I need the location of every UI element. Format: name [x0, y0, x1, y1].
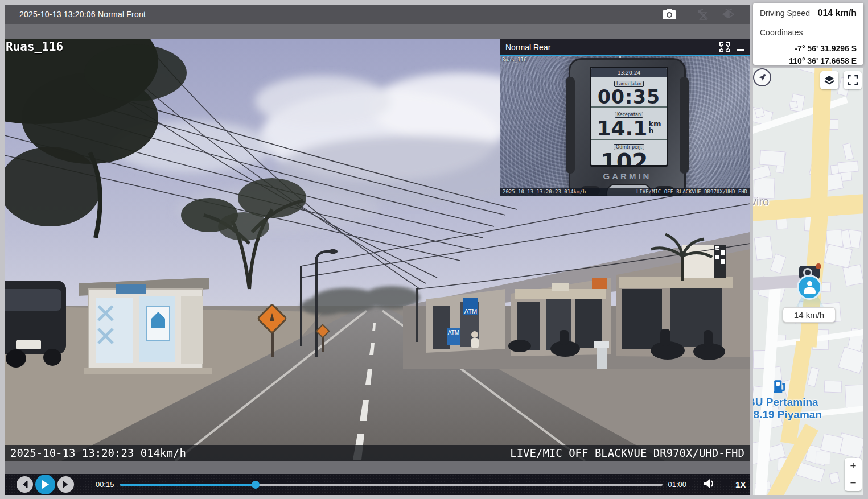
poi-name-line2: 58.19 Piyaman: [753, 409, 844, 421]
garmin-grip-left: [566, 77, 575, 174]
next-frame-button[interactable]: [57, 476, 74, 493]
app-window: 2025-10-13 13:20:06 Normal Front: [0, 0, 868, 499]
person-icon: [807, 281, 812, 286]
left-building: [79, 278, 212, 374]
garmin-field-trip-time: Lama Jalan 00:35: [591, 77, 667, 108]
driving-speed-row: Driving Speed 014 km/h: [760, 8, 857, 23]
frame-advance-button-disabled[interactable]: [719, 7, 737, 21]
title-bar: 2025-10-13 13:20:06 Normal Front: [5, 5, 750, 24]
map-building: [759, 150, 785, 167]
garmin-screen: 13:20:24 Lama Jalan 00:35 Kecepatan 14.1…: [590, 67, 668, 167]
map-building: [842, 143, 854, 160]
atm-sign-2: ATM: [448, 329, 459, 336]
previous-frame-button[interactable]: [17, 476, 33, 493]
garmin-grip-right: [680, 77, 689, 174]
interval-capture-button-disabled[interactable]: [694, 7, 711, 21]
map-building: [815, 452, 830, 464]
map-speed-badge: 14 km/h: [783, 307, 836, 323]
map-fullscreen-button[interactable]: [844, 71, 862, 89]
title-bar-tools: [661, 7, 737, 21]
garmin-field-speed: Kecepatan 14.1km h: [591, 108, 667, 140]
map-road-name-label: viro: [753, 195, 769, 208]
coordinates-label: Coordinates: [760, 28, 803, 37]
screenshot-camera-button[interactable]: [661, 7, 678, 21]
map-layers-button[interactable]: [820, 71, 838, 89]
atm-sign-1: ATM: [464, 308, 477, 315]
latitude-value: -7° 56' 31.9296 S: [760, 42, 857, 55]
rear-camera-video[interactable]: Ruas_116 13:20:24 Lama Jalan 00:35 Kecep…: [500, 55, 750, 196]
video-stamp-overlay: 2025-10-13 13:20:23 014km/h LIVE/MIC OFF…: [5, 445, 750, 461]
map-building: [829, 472, 840, 484]
volume-button[interactable]: [702, 478, 715, 492]
interval-capture-icon: [696, 7, 710, 21]
playback-bar: 00:15 01:00 1X: [5, 474, 750, 495]
pip-header-tools: [719, 42, 744, 52]
garmin-brand-label: GARMIN: [570, 171, 684, 181]
map-building: [754, 236, 773, 260]
map-recenter-button[interactable]: [753, 68, 771, 86]
garmin-gps-device: 13:20:24 Lama Jalan 00:35 Kecepatan 14.1…: [569, 58, 686, 196]
coordinates-row: Coordinates -7° 56' 31.9296 S 110° 36' 1…: [760, 23, 857, 67]
map-panel[interactable]: viro 14 km/h BU Pertamina 58.19 Piyaman: [753, 68, 863, 495]
frame-advance-icon: [721, 7, 735, 21]
pedestrian: [471, 331, 479, 348]
dashcam-rec-dot: [816, 263, 821, 269]
layers-icon: [824, 75, 835, 86]
garmin-field1-value: 00:35: [598, 86, 660, 108]
garmin-status-time: 13:20:24: [618, 70, 640, 76]
video-stamp-right: LIVE/MIC OFF BLACKVUE DR970X/UHD-FHD: [510, 447, 744, 459]
next-frame-icon: [61, 480, 70, 489]
pip-minimize-icon[interactable]: [737, 43, 744, 51]
map-fullscreen-icon: [848, 75, 858, 85]
driving-speed-value: 014 km/h: [818, 8, 857, 18]
toolbar-separator: [686, 8, 686, 20]
garmin-field2-unit: km h: [648, 121, 661, 134]
map-zoom-control: + −: [845, 458, 862, 491]
current-time: 00:15: [96, 480, 114, 489]
poi-name-line1: BU Pertamina: [753, 396, 844, 409]
map-building: [837, 160, 858, 173]
pip-title: Normal Rear: [505, 43, 550, 52]
seek-bar[interactable]: [120, 481, 663, 489]
garmin-field-odometer: Odmtr perj. 102m: [591, 140, 667, 167]
seek-thumb[interactable]: [252, 481, 260, 489]
longitude-value: 110° 36' 17.6658 E: [760, 55, 857, 67]
map-building: [845, 384, 863, 408]
driving-speed-label: Driving Speed: [760, 9, 810, 18]
map-road-yellow-v1: [809, 68, 832, 216]
recenter-icon: [758, 73, 767, 82]
garmin-field2-value: 14.1: [597, 118, 647, 139]
video-timestamp-title: 2025-10-13 13:20:06 Normal Front: [19, 10, 146, 19]
play-icon: [41, 480, 50, 489]
playback-speed-button[interactable]: 1X: [735, 480, 746, 489]
pip-stamp-left: 2025-10-13 13:20:23 014km/h: [503, 189, 586, 195]
map-zoom-in-button[interactable]: +: [845, 458, 862, 475]
garmin-field3-unit: m: [649, 163, 657, 167]
front-channel-label: Ruas_116: [6, 40, 63, 53]
pip-expand-icon[interactable]: [719, 42, 730, 52]
vehicle-position-marker[interactable]: [797, 275, 822, 300]
map-building: [789, 100, 798, 108]
previous-frame-icon: [20, 480, 29, 489]
garmin-status-bar: 13:20:24: [591, 68, 667, 77]
rear-camera-pip-window[interactable]: Normal Rear Ruas_116 13: [500, 39, 750, 196]
poi-gas-station[interactable]: BU Pertamina 58.19 Piyaman: [753, 379, 844, 421]
video-stamp-left: 2025-10-13 13:20:23 014km/h: [10, 447, 186, 459]
seek-fill: [120, 484, 256, 486]
volume-icon: [702, 478, 715, 489]
fuel-pump-icon: [772, 379, 787, 394]
telemetry-panel: Driving Speed 014 km/h Coordinates -7° 5…: [753, 3, 863, 65]
camera-icon: [662, 9, 677, 20]
total-time: 01:00: [668, 480, 687, 489]
map-zoom-out-button[interactable]: −: [845, 475, 862, 492]
garmin-field3-value: 102: [600, 151, 648, 167]
pip-stamp-overlay: 2025-10-13 13:20:23 014km/h LIVE/MIC OFF…: [500, 188, 750, 196]
pip-header[interactable]: Normal Rear: [500, 39, 750, 55]
play-button[interactable]: [35, 475, 55, 494]
map-building: [796, 462, 825, 483]
pip-channel-label: Ruas_116: [502, 57, 526, 63]
pip-stamp-right: LIVE/MIC OFF BLACKVUE DR970X/UHD-FHD: [636, 189, 747, 195]
